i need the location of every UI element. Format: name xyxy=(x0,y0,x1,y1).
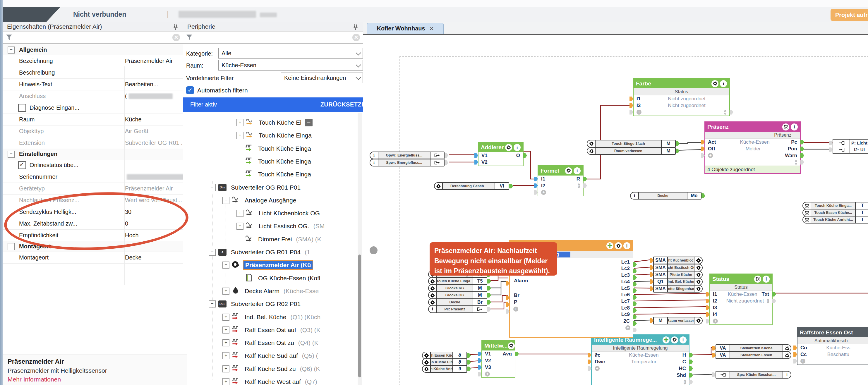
properties-filter-row[interactable]: ✕ xyxy=(3,32,183,44)
input-connector-orange[interactable] xyxy=(629,103,633,108)
tree-item[interactable]: +Decke Alarm(Küche-Esse xyxy=(222,285,319,297)
auto-filter-checkbox[interactable]: ✓ xyxy=(186,86,194,94)
move-icon[interactable]: ✛ xyxy=(607,242,613,249)
raum-select[interactable]: Küche-Essen xyxy=(218,60,363,70)
property-row[interactable]: Hinweis-TextBearbeiten... xyxy=(3,78,183,90)
info-icon[interactable]: i xyxy=(763,276,770,283)
gear-icon[interactable] xyxy=(694,271,702,278)
input-connector-orange[interactable] xyxy=(706,292,710,297)
input-connector-blue[interactable] xyxy=(534,184,538,188)
tree-item[interactable]: OG Küche-Essen (Kofl xyxy=(237,272,322,285)
tree-expand-plus[interactable]: + xyxy=(237,119,244,126)
add-input-icon[interactable]: + xyxy=(637,110,642,115)
input-connector-orange[interactable] xyxy=(650,318,653,323)
property-value[interactable]: Decke xyxy=(121,254,183,261)
input-connector-orange[interactable] xyxy=(650,286,653,291)
property-row[interactable]: ExtensionSubverteiler OG R01 ... xyxy=(3,137,183,149)
tree-item[interactable]: +Raff Küche Süd auf(Q5) ( xyxy=(222,349,318,362)
periphery-filter-row[interactable]: ✕ xyxy=(183,32,363,44)
add-input-icon[interactable]: + xyxy=(595,366,600,371)
add-output-icon[interactable]: + xyxy=(625,325,630,330)
tree-item[interactable]: Dimmer Frei(SMA) (K xyxy=(237,233,321,246)
property-value[interactable]: Bearbeiten... xyxy=(121,81,183,88)
property-section[interactable]: −Einstellungen xyxy=(3,149,183,159)
tree-expand-plus[interactable]: + xyxy=(222,288,229,295)
input-connector-orange[interactable] xyxy=(650,265,653,270)
add-output-icon[interactable]: + xyxy=(795,159,797,165)
tree-item[interactable]: +Touch Küche Ei− xyxy=(237,116,313,129)
tab-close-icon[interactable]: ✕ xyxy=(429,25,434,32)
sensor-pill-pc_praesenz[interactable]: iPc: Präsenz xyxy=(428,306,487,313)
actuator-pill-act1[interactable]: SMALicht Küchenblock... xyxy=(653,257,703,264)
input-connector-orange[interactable] xyxy=(506,295,509,300)
more-info-link[interactable]: Mehr Informationen xyxy=(8,376,187,383)
tree-expand-plus[interactable]: + xyxy=(222,314,229,321)
gear-icon[interactable] xyxy=(754,276,761,283)
input-connector-orange[interactable] xyxy=(506,281,509,286)
add-input-icon[interactable]: + xyxy=(800,359,805,364)
sensor-pill-t2[interactable]: Touch Essen Küche...T xyxy=(802,209,868,217)
tree-item[interactable]: +Licht Esstisch OG.(SM xyxy=(237,220,324,232)
block-status[interactable]: StatusiStatusI1Küche-EssenTxtI2Nicht zug… xyxy=(709,274,773,325)
add-input-icon[interactable]: + xyxy=(513,307,518,312)
property-row[interactable]: RaumKüche xyxy=(3,114,183,126)
actuator-pill-act2[interactable]: SMALicht Esstisch OG. xyxy=(653,264,703,271)
checkbox-unchecked[interactable] xyxy=(18,104,26,112)
tree-item[interactable]: +Touch Küche Einga xyxy=(237,129,313,142)
tree-expand-plus[interactable]: + xyxy=(237,132,244,139)
actuator-pill-act4[interactable]: Q1Ind. Bel. Küche xyxy=(653,278,703,286)
cleanup-project-button[interactable]: Projekt aufräume xyxy=(831,9,868,21)
block-mittelwert[interactable]: Mittelw...iV1AvgV2V3+ xyxy=(482,340,515,378)
sensor-pill-touch_t5b[interactable]: Touch Küche Einga...T5 xyxy=(428,277,487,285)
sensor-pill-t1[interactable]: Touch Küche Einga...T xyxy=(802,202,868,210)
info-icon[interactable]: i xyxy=(791,124,798,130)
gear-icon[interactable] xyxy=(565,167,572,174)
property-row[interactable]: Diagnose-Eingän... xyxy=(3,102,183,114)
block-raumregelung[interactable]: Intelligente Raumrege...✛iIntelligente R… xyxy=(591,334,689,385)
block-farbe[interactable]: FarbeiStatusI1Nicht zugeordnetI3Nicht zu… xyxy=(633,78,730,116)
gear-icon[interactable] xyxy=(429,299,436,306)
block-raffstore[interactable]: Raffstore Essen OstAutomatikbesch...CoKü… xyxy=(797,327,868,365)
input-connector-orange[interactable] xyxy=(506,302,509,307)
tree-expand-plus[interactable]: + xyxy=(237,210,244,217)
actuator-pill-va1[interactable]: VAStellantrieb Küche xyxy=(716,344,791,352)
property-row[interactable]: MontageortDecke xyxy=(3,252,183,264)
property-row[interactable]: BezeichnungPräsenzmelder Air xyxy=(3,55,183,67)
input-connector-orange[interactable] xyxy=(706,312,710,317)
input-connector-orange[interactable] xyxy=(794,352,797,357)
gear-icon[interactable] xyxy=(783,345,791,351)
tree-expand-minus[interactable]: − xyxy=(209,300,216,308)
tree-expand-plus[interactable]: + xyxy=(222,326,229,333)
gear-icon[interactable] xyxy=(694,286,702,292)
input-connector-blue[interactable] xyxy=(534,177,538,181)
sensor-pill-glocke_og[interactable]: Glocke OGM xyxy=(428,291,487,299)
sensor-pill-glocke_kg[interactable]: Glocke KGM xyxy=(428,284,487,292)
tree-item-badge[interactable]: − xyxy=(305,119,313,126)
gear-icon[interactable] xyxy=(671,336,678,344)
property-row[interactable]: Beschreibung xyxy=(3,67,183,79)
move-icon[interactable]: ✛ xyxy=(662,336,670,344)
block-praesenz[interactable]: PräsenziPräsenzActKüche-EssenPcOffMelder… xyxy=(705,121,801,174)
gear-icon[interactable] xyxy=(429,278,436,284)
gear-icon[interactable] xyxy=(694,279,702,285)
gear-icon[interactable] xyxy=(423,352,430,359)
property-value[interactable]: Küche xyxy=(121,116,183,123)
input-connector-orange[interactable] xyxy=(706,306,710,310)
input-connector-gray[interactable] xyxy=(506,309,509,314)
tree-item[interactable]: +Raff Küche West auf(Q7) xyxy=(222,375,317,385)
input-connector-blue[interactable] xyxy=(478,358,482,363)
add-input-icon[interactable]: + xyxy=(713,319,718,324)
sensor-pill-stiege[interactable]: Touch Stiege 1fachM xyxy=(587,140,676,148)
gear-icon[interactable] xyxy=(505,144,512,151)
gear-icon[interactable] xyxy=(423,366,430,372)
tree-item[interactable]: −DimSubverteiler OG R01 P01 xyxy=(209,181,302,194)
tree-expand-minus[interactable]: − xyxy=(209,249,216,256)
input-connector-orange[interactable] xyxy=(650,258,653,263)
tree-item[interactable]: −ASubverteiler OG R01 P04(1 xyxy=(209,246,310,259)
info-icon[interactable]: i xyxy=(514,144,521,151)
gear-icon[interactable] xyxy=(423,359,430,365)
predef-filter-select[interactable]: Keine Einschränkungen xyxy=(281,72,363,83)
input-connector-gray[interactable] xyxy=(534,190,538,195)
input-connector-gray[interactable] xyxy=(588,366,591,371)
actuator-pill-sps[interactable]: Sps: Küche Beschat...i xyxy=(716,371,791,379)
